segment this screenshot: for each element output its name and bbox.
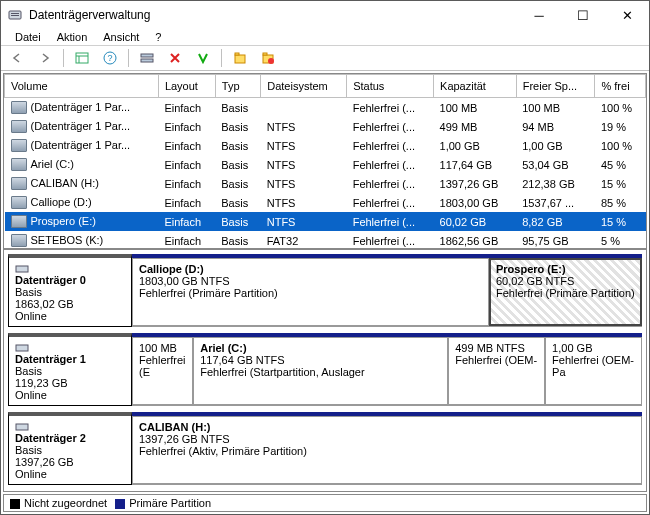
- minimize-button[interactable]: ─: [517, 1, 561, 29]
- svg-rect-13: [263, 53, 267, 55]
- svg-rect-17: [16, 424, 28, 430]
- volume-row[interactable]: Ariel (C:)EinfachBasisNTFSFehlerfrei (..…: [5, 155, 646, 174]
- menu-action[interactable]: Aktion: [49, 29, 96, 45]
- partition-block[interactable]: 100 MBFehlerfrei (E: [132, 337, 193, 405]
- disk-header[interactable]: Datenträger 2Basis1397,26 GBOnline: [8, 412, 132, 485]
- volume-row[interactable]: (Datenträger 1 Par...EinfachBasisNTFSFeh…: [5, 136, 646, 155]
- window-title: Datenträgerverwaltung: [29, 8, 517, 22]
- content-area: VolumeLayoutTypDateisystemStatusKapazitä…: [3, 73, 647, 492]
- volume-icon: [11, 120, 27, 133]
- menu-help[interactable]: ?: [147, 29, 169, 45]
- legend-primary: Primäre Partition: [115, 497, 211, 509]
- titlebar: Datenträgerverwaltung ─ ☐ ✕: [1, 1, 649, 29]
- view-button[interactable]: [70, 46, 94, 70]
- properties-button[interactable]: [191, 46, 215, 70]
- action2-button[interactable]: [256, 46, 280, 70]
- refresh-button[interactable]: [135, 46, 159, 70]
- disk-header[interactable]: Datenträger 1Basis119,23 GBOnline: [8, 333, 132, 406]
- disk-graphical-pane[interactable]: Datenträger 0Basis1863,02 GBOnlineCallio…: [4, 250, 646, 491]
- column-header-free[interactable]: Freier Sp...: [516, 75, 595, 98]
- disk-row: Datenträger 0Basis1863,02 GBOnlineCallio…: [8, 254, 642, 327]
- svg-rect-10: [235, 55, 245, 63]
- volume-icon: [11, 139, 27, 152]
- disk-management-window: Datenträgerverwaltung ─ ☐ ✕ Datei Aktion…: [0, 0, 650, 515]
- svg-text:?: ?: [107, 53, 112, 63]
- column-header-volume[interactable]: Volume: [5, 75, 159, 98]
- help-button[interactable]: ?: [98, 46, 122, 70]
- toolbar: ?: [1, 46, 649, 71]
- svg-rect-2: [11, 15, 19, 16]
- disk-row: Datenträger 2Basis1397,26 GBOnlineCALIBA…: [8, 412, 642, 485]
- volume-row[interactable]: SETEBOS (K:)EinfachBasisFAT32Fehlerfrei …: [5, 231, 646, 250]
- partition-block[interactable]: 499 MB NTFSFehlerfrei (OEM-: [448, 337, 545, 405]
- close-button[interactable]: ✕: [605, 1, 649, 29]
- column-header-status[interactable]: Status: [347, 75, 434, 98]
- column-header-type[interactable]: Typ: [215, 75, 260, 98]
- svg-rect-16: [16, 345, 28, 351]
- svg-rect-1: [11, 13, 19, 14]
- volume-icon: [11, 177, 27, 190]
- disk-row: Datenträger 1Basis119,23 GBOnline100 MBF…: [8, 333, 642, 406]
- back-button[interactable]: [5, 46, 29, 70]
- partition-block[interactable]: Calliope (D:)1803,00 GB NTFSFehlerfrei (…: [132, 258, 489, 326]
- legend-unallocated: Nicht zugeordnet: [10, 497, 107, 509]
- menu-file[interactable]: Datei: [7, 29, 49, 45]
- menubar: Datei Aktion Ansicht ?: [1, 29, 649, 46]
- svg-rect-8: [141, 54, 153, 57]
- partition-block[interactable]: 1,00 GBFehlerfrei (OEM-Pa: [545, 337, 642, 405]
- svg-rect-15: [16, 266, 28, 272]
- menu-view[interactable]: Ansicht: [95, 29, 147, 45]
- column-header-layout[interactable]: Layout: [158, 75, 215, 98]
- partition-block[interactable]: Prospero (E:)60,02 GB NTFSFehlerfrei (Pr…: [489, 258, 642, 326]
- volume-list-pane: VolumeLayoutTypDateisystemStatusKapazitä…: [4, 74, 646, 250]
- svg-rect-3: [76, 53, 88, 63]
- volume-row[interactable]: (Datenträger 1 Par...EinfachBasisNTFSFeh…: [5, 117, 646, 136]
- svg-rect-11: [235, 53, 239, 55]
- volume-table: VolumeLayoutTypDateisystemStatusKapazitä…: [4, 74, 646, 250]
- volume-icon: [11, 234, 27, 247]
- column-header-pct[interactable]: % frei: [595, 75, 646, 98]
- volume-row[interactable]: CALIBAN (H:)EinfachBasisNTFSFehlerfrei (…: [5, 174, 646, 193]
- delete-button[interactable]: [163, 46, 187, 70]
- svg-point-14: [268, 58, 274, 64]
- column-header-fs[interactable]: Dateisystem: [261, 75, 347, 98]
- forward-button[interactable]: [33, 46, 57, 70]
- volume-row[interactable]: (Datenträger 1 Par...EinfachBasisFehlerf…: [5, 98, 646, 118]
- legend-bar: Nicht zugeordnet Primäre Partition: [3, 494, 647, 512]
- maximize-button[interactable]: ☐: [561, 1, 605, 29]
- volume-icon: [11, 215, 27, 228]
- volume-row[interactable]: Calliope (D:)EinfachBasisNTFSFehlerfrei …: [5, 193, 646, 212]
- app-icon: [7, 7, 23, 23]
- partition-block[interactable]: Ariel (C:)117,64 GB NTFSFehlerfrei (Star…: [193, 337, 448, 405]
- svg-rect-9: [141, 59, 153, 62]
- volume-row[interactable]: Prospero (E:)EinfachBasisNTFSFehlerfrei …: [5, 212, 646, 231]
- volume-icon: [11, 196, 27, 209]
- action1-button[interactable]: [228, 46, 252, 70]
- disk-header[interactable]: Datenträger 0Basis1863,02 GBOnline: [8, 254, 132, 327]
- volume-icon: [11, 158, 27, 171]
- volume-icon: [11, 101, 27, 114]
- column-header-cap[interactable]: Kapazität: [434, 75, 517, 98]
- partition-block[interactable]: CALIBAN (H:)1397,26 GB NTFSFehlerfrei (A…: [132, 416, 642, 484]
